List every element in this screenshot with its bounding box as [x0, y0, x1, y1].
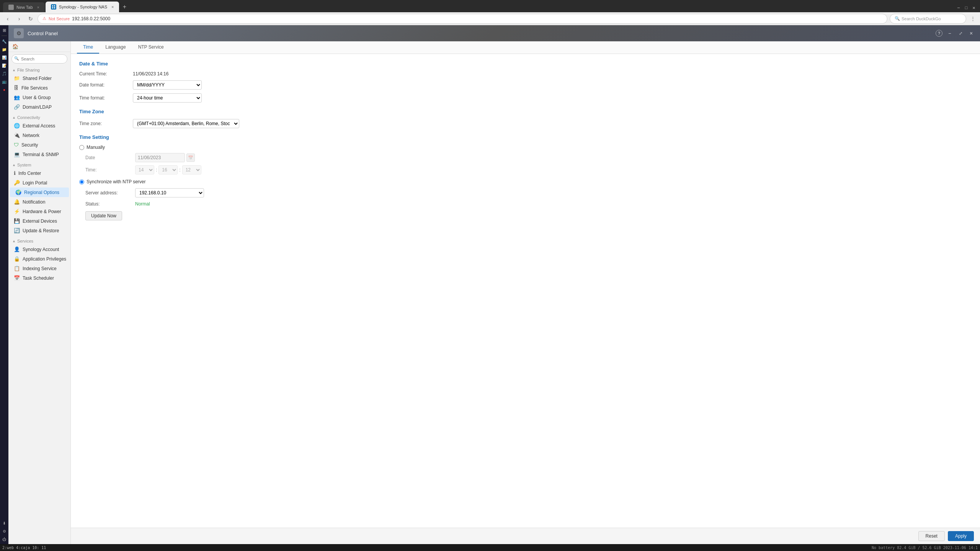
- sidebar-item-terminal-snmp[interactable]: 💻 Terminal & SNMP: [8, 150, 70, 159]
- sync-ntp-radio[interactable]: [79, 179, 84, 184]
- sidebar-item-network[interactable]: 🔌 Network: [8, 130, 70, 140]
- sidebar-item-external-devices[interactable]: 💾 External Devices: [8, 216, 70, 226]
- apply-button[interactable]: Apply: [948, 531, 974, 541]
- sidebar-item-task-scheduler[interactable]: 📅 Task Scheduler: [8, 273, 70, 283]
- sidebar-item-login-portal[interactable]: 🔑 Login Portal: [8, 178, 70, 187]
- sidebar-item-update-restore[interactable]: 🔄 Update & Restore: [8, 226, 70, 235]
- section-services-label: Services: [17, 239, 33, 243]
- taskbar-apps-icon[interactable]: ⊞: [1, 27, 8, 34]
- cp-inner: 🏠 🔍 ▲ File Sharing 📁: [8, 41, 980, 544]
- sidebar-item-security[interactable]: 🛡 Security: [8, 140, 70, 150]
- sidebar-home-btn[interactable]: 🏠: [8, 41, 70, 52]
- sidebar-item-domain-ldap[interactable]: 🔗 Domain/LDAP: [8, 102, 70, 112]
- window-maximize[interactable]: □: [963, 5, 969, 11]
- chevron-connectivity-icon: ▲: [12, 116, 16, 119]
- section-header-file-sharing[interactable]: ▲ File Sharing: [8, 66, 70, 73]
- tab-time[interactable]: Time: [77, 41, 99, 54]
- sidebar-item-shared-folder[interactable]: 📁 Shared Folder: [8, 73, 70, 83]
- server-address-select[interactable]: 192.168.0.10 pool.ntp.org time.windows.c…: [135, 188, 204, 197]
- taskbar-item-1[interactable]: 🔧: [1, 38, 8, 45]
- time-hours-select[interactable]: 14: [135, 165, 154, 174]
- user-group-label: User & Group: [23, 95, 51, 100]
- nav-reload[interactable]: ↻: [26, 14, 35, 23]
- current-time-value: 11/06/2023 14:16: [133, 71, 168, 77]
- sidebar: 🏠 🔍 ▲ File Sharing 📁: [8, 41, 71, 544]
- reset-button[interactable]: Reset: [918, 531, 945, 541]
- taskbar-download[interactable]: ⬇: [1, 520, 8, 527]
- browser-tab-active[interactable]: Synology - Synology NAS ×: [46, 2, 119, 12]
- taskbar-item-2[interactable]: 📁: [1, 46, 8, 53]
- cp-window-icon: ⚙: [14, 28, 24, 38]
- file-services-icon: 🗄: [14, 85, 19, 91]
- time-seconds-select[interactable]: 12: [182, 165, 201, 174]
- nav-back[interactable]: ‹: [3, 14, 12, 23]
- system-taskbar: ⊞ 🔧 📁 📊 📝 🎵 📺 ● ⬇ ⚙ ⏻: [0, 25, 8, 544]
- browser-tab-inactive[interactable]: New Tab ×: [3, 2, 45, 12]
- window-close[interactable]: ×: [971, 5, 977, 11]
- section-header-services[interactable]: ▲ Services: [8, 237, 70, 245]
- time-minutes-select[interactable]: 16: [158, 165, 178, 174]
- sidebar-item-application-privileges[interactable]: 🔒 Application Privileges: [8, 254, 70, 264]
- browser-action-1[interactable]: ⋮: [969, 15, 977, 23]
- app-maximize-btn[interactable]: ⤢: [957, 30, 964, 37]
- regional-options-icon: 🌍: [15, 189, 21, 195]
- sidebar-item-user-group[interactable]: 👥 User & Group: [8, 93, 70, 102]
- sidebar-item-external-access[interactable]: 🌐 External Access: [8, 121, 70, 130]
- manually-label[interactable]: Manually: [87, 145, 105, 150]
- sync-ntp-label[interactable]: Synchronize with NTP server: [87, 179, 146, 184]
- section-system: ▲ System ℹ Info Center 🔑 Login Portal 🌍 …: [8, 161, 70, 235]
- app-close-btn[interactable]: ×: [968, 30, 975, 37]
- current-time-label: Current Time:: [79, 71, 133, 77]
- nav-forward[interactable]: ›: [15, 14, 24, 23]
- taskbar-power[interactable]: ⏻: [1, 536, 8, 543]
- app-minimize-btn[interactable]: −: [946, 30, 953, 37]
- sidebar-item-regional-options[interactable]: 🌍 Regional Options: [10, 187, 69, 197]
- browser-toolbar: ‹ › ↻ ⚠ Not Secure 192.168.0.22:5000 🔍 S…: [0, 12, 980, 25]
- app-help-btn[interactable]: ?: [936, 30, 942, 37]
- sidebar-item-info-center[interactable]: ℹ Info Center: [8, 168, 70, 178]
- sidebar-search-input[interactable]: [11, 54, 67, 64]
- chevron-system-icon: ▲: [12, 163, 16, 167]
- window-footer: Reset Apply: [71, 528, 980, 544]
- sidebar-item-file-services[interactable]: 🗄 File Services: [8, 83, 70, 93]
- calendar-icon-btn[interactable]: 📅: [186, 153, 195, 162]
- manually-radio[interactable]: [79, 145, 84, 150]
- address-text: 192.168.0.22:5000: [72, 16, 110, 21]
- not-secure-label: Not Secure: [49, 16, 70, 21]
- app-title: Control Panel: [28, 31, 58, 36]
- info-center-label: Info Center: [18, 171, 41, 176]
- tab-close-icon[interactable]: ×: [37, 5, 39, 10]
- sidebar-item-notification[interactable]: 🔔 Notification: [8, 197, 70, 207]
- sidebar-item-synology-account[interactable]: 👤 Synology Account: [8, 245, 70, 254]
- external-access-label: External Access: [23, 123, 55, 129]
- section-header-connectivity[interactable]: ▲ Connectivity: [8, 113, 70, 121]
- tab-language[interactable]: Language: [99, 41, 132, 54]
- new-tab-button[interactable]: +: [120, 2, 129, 11]
- network-icon: 🔌: [14, 132, 20, 138]
- taskbar-item-6[interactable]: 📺: [1, 78, 8, 85]
- tab-close-active-icon[interactable]: ×: [111, 5, 114, 9]
- update-restore-label: Update & Restore: [23, 228, 59, 233]
- time-zone-select[interactable]: (GMT+01:00) Amsterdam, Berlin, Rome, Sto…: [133, 119, 239, 128]
- update-now-button[interactable]: Update Now: [85, 211, 122, 220]
- bottom-bar-left: 2:web 4:caja 10: 11: [2, 546, 46, 550]
- sidebar-item-indexing-service[interactable]: 📋 Indexing Service: [8, 264, 70, 273]
- tab-ntp-service[interactable]: NTP Service: [132, 41, 170, 54]
- section-header-system[interactable]: ▲ System: [8, 161, 70, 168]
- address-bar[interactable]: ⚠ Not Secure 192.168.0.22:5000: [38, 14, 887, 24]
- status-value: Normal: [135, 201, 150, 207]
- sidebar-item-hardware-power[interactable]: ⚡ Hardware & Power: [8, 207, 70, 216]
- date-format-select[interactable]: MM/dd/YYYY dd/MM/YYYY YYYY/MM/dd: [133, 80, 202, 90]
- window-minimize[interactable]: −: [956, 5, 962, 11]
- search-bar[interactable]: 🔍 Search DuckDuckGo: [890, 14, 966, 24]
- date-row: Date 📅: [85, 153, 972, 162]
- taskbar-item-5[interactable]: 🎵: [1, 70, 8, 77]
- date-input[interactable]: [135, 153, 185, 162]
- taskbar-settings[interactable]: ⚙: [1, 528, 8, 535]
- time-format-select[interactable]: 24-hour time 12-hour time: [133, 93, 202, 103]
- taskbar-item-3[interactable]: 📊: [1, 54, 8, 61]
- taskbar-item-7[interactable]: ●: [1, 86, 8, 93]
- taskbar-item-4[interactable]: 📝: [1, 62, 8, 69]
- security-warning-icon: ⚠: [42, 16, 46, 21]
- bottom-bar-right: No battery 82.4 GiB / 52.6 GiB 2023-11-0…: [872, 546, 978, 550]
